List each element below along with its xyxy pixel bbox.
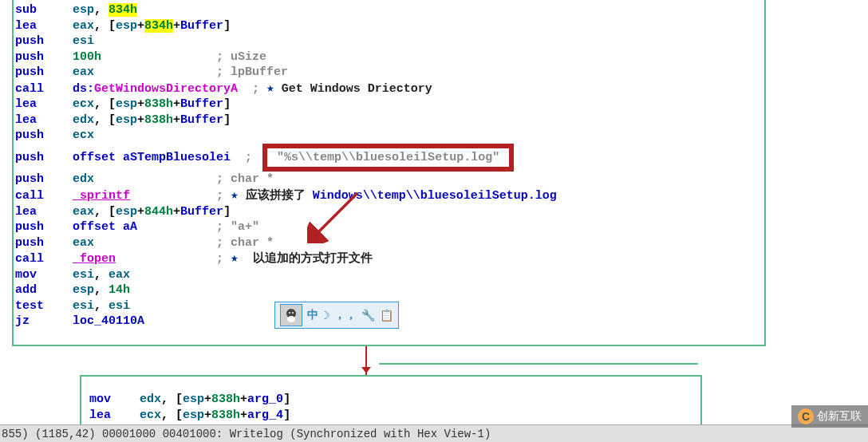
- asm-line[interactable]: mov esi, eax: [15, 267, 763, 283]
- asm-line[interactable]: lea eax, [esp+844h+Buffer]: [15, 204, 763, 220]
- asm-line[interactable]: push 100h ; uSize: [15, 49, 763, 65]
- asm-line[interactable]: mov edx, [esp+838h+arg_0]: [89, 392, 699, 408]
- disassembly-main-block: sub esp, 834h lea eax, [esp+834h+Buffer]…: [12, 0, 766, 346]
- svg-point-4: [287, 316, 295, 322]
- ime-toolbar[interactable]: 中 ☽ ，， 🔧 📋: [274, 302, 399, 329]
- asm-line[interactable]: lea ecx, [esp+838h+Buffer]: [15, 97, 763, 112]
- penguin-avatar-icon[interactable]: [280, 304, 302, 326]
- asm-line[interactable]: push offset aSTempBluesolei ; "%s\\temp\…: [15, 144, 763, 172]
- asm-line[interactable]: sub esp, 834h: [15, 2, 763, 18]
- status-bar: 855) (1185,42) 00001000 00401000: Writel…: [0, 424, 868, 442]
- badge-logo-icon: C: [798, 408, 814, 424]
- asm-line[interactable]: lea eax, [esp+834h+Buffer]: [15, 18, 763, 34]
- flow-arrow: [361, 367, 371, 373]
- green-divider: [379, 363, 698, 365]
- ime-moon-icon[interactable]: ☽: [323, 309, 329, 322]
- ime-lang-icon[interactable]: 中: [307, 308, 318, 322]
- badge-text: 创新互联: [817, 409, 862, 424]
- asm-line[interactable]: lea edx, [esp+838h+Buffer]: [15, 112, 763, 128]
- asm-line[interactable]: push edx ; char *: [15, 172, 763, 187]
- asm-line[interactable]: call _fopen ; ★ 以追加的方式打开文件: [15, 251, 763, 267]
- asm-line[interactable]: add esp, 14h: [15, 282, 763, 298]
- ime-punct-icon[interactable]: ，，: [334, 308, 357, 322]
- ime-wrench-icon[interactable]: 🔧: [361, 309, 375, 322]
- asm-line[interactable]: push offset aA ; "a+": [15, 219, 763, 235]
- asm-line[interactable]: push ecx: [15, 128, 763, 144]
- svg-point-2: [289, 312, 290, 314]
- asm-line[interactable]: push eax ; lpBuffer: [15, 65, 763, 81]
- string-literal-box: "%s\\temp\\bluesoleilSetup.log": [262, 144, 514, 172]
- asm-line[interactable]: push eax ; char *: [15, 235, 763, 251]
- svg-point-3: [292, 312, 294, 314]
- disassembly-sub-block: mov edx, [esp+838h+arg_0] lea ecx, [esp+…: [80, 375, 702, 427]
- asm-line[interactable]: call ds:GetWindowsDirectoryA ; ★ Get Win…: [15, 81, 763, 97]
- asm-line[interactable]: push esi: [15, 34, 763, 49]
- ime-clipboard-icon[interactable]: 📋: [380, 309, 393, 322]
- watermark-badge: C 创新互联: [791, 405, 868, 428]
- asm-line[interactable]: call _sprintf ; ★ 应该拼接了 Windows\\temp\\b…: [15, 187, 763, 204]
- asm-line[interactable]: lea ecx, [esp+838h+arg_4]: [89, 408, 699, 424]
